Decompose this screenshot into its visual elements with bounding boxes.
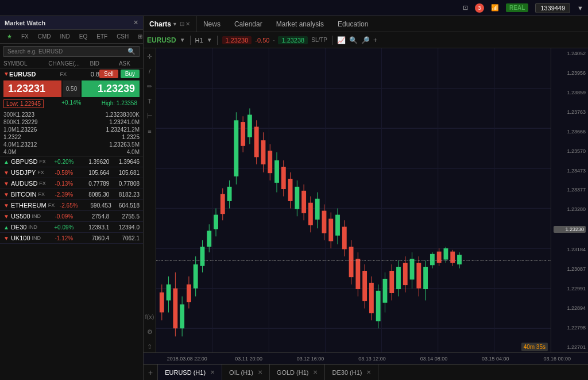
list-item[interactable]: ▼USDJPYFX -0.58% 105.664 105.681 bbox=[0, 167, 143, 178]
spread-value: 0.50 bbox=[66, 86, 77, 92]
charts-close-icon[interactable]: ✕ bbox=[185, 21, 190, 27]
low-high-display: Low: 1.22945 +0.14% High: 1.23358 bbox=[0, 98, 143, 109]
price-1.23570: 1.23570 bbox=[554, 148, 586, 154]
svg-rect-98 bbox=[437, 252, 442, 263]
svg-rect-16 bbox=[160, 293, 164, 313]
list-item[interactable]: ▲GBPUSDFX +0.20% 1.39620 1.39646 bbox=[0, 156, 143, 167]
svg-rect-20 bbox=[173, 289, 177, 329]
price-1.23859: 1.23859 bbox=[554, 90, 586, 95]
tab-eurusd-label: EURUSD (H1) bbox=[165, 369, 206, 376]
svg-rect-34 bbox=[220, 194, 225, 214]
nav-news[interactable]: News bbox=[196, 16, 227, 32]
chart-interval-dropdown[interactable]: ▼ bbox=[207, 37, 212, 43]
tab-gold-close[interactable]: ✕ bbox=[313, 369, 318, 375]
price-1.22798: 1.22798 bbox=[554, 325, 586, 331]
tab-de30-h1[interactable]: DE30 (H1) ✕ bbox=[325, 364, 378, 381]
list-item[interactable]: ▼ETHEREUMFX -2.65% 590.453 604.518 bbox=[0, 200, 143, 211]
tab-eurusd-close[interactable]: ✕ bbox=[210, 369, 215, 375]
settings-tool[interactable]: ⚙ bbox=[144, 326, 156, 337]
search-bar[interactable]: 🔍 bbox=[3, 46, 140, 57]
list-item[interactable]: ▲DE30IND +0.09% 12393.1 12394.0 bbox=[0, 222, 143, 233]
svg-rect-60 bbox=[308, 203, 313, 225]
nav-calendar[interactable]: Calendar bbox=[227, 16, 269, 32]
chart-symbol-dropdown[interactable]: ▼ bbox=[180, 37, 185, 43]
list-item[interactable]: ▼BITCOINFX -2.39% 8085.30 8182.23 bbox=[0, 189, 143, 200]
tab-gold-h1[interactable]: GOLD (H1) ✕ bbox=[270, 364, 326, 381]
svg-rect-70 bbox=[342, 227, 347, 249]
star-icon[interactable]: ★ bbox=[3, 32, 16, 41]
share-tool[interactable]: ⇧ bbox=[144, 341, 156, 352]
fx-filter[interactable]: FX bbox=[18, 32, 32, 41]
usdjpy-name: ▼USDJPYFX bbox=[3, 169, 49, 176]
list-item[interactable]: ▼US500IND -0.09% 2754.8 2755.5 bbox=[0, 211, 143, 222]
charts-pop-icon: ⊡ bbox=[180, 21, 184, 27]
zoom-in-icon[interactable]: 🔎 bbox=[361, 36, 370, 44]
market-watch-header: Market Watch ✕ bbox=[0, 16, 143, 30]
toolbar-divider-3 bbox=[332, 36, 332, 45]
cursor-tool[interactable]: ✛ bbox=[144, 51, 156, 62]
time-label-6: 03.15 04:00 bbox=[465, 356, 526, 362]
svg-rect-74 bbox=[355, 259, 360, 289]
chart-main-area: ✛ / ✏ T ⊢ ≡ f(x) ⚙ ⇧ bbox=[144, 48, 588, 364]
list-item[interactable]: ▼AUDUSDFX -0.13% 0.77789 0.77808 bbox=[0, 178, 143, 189]
chart-canvas[interactable] bbox=[156, 48, 551, 352]
line-tool[interactable]: / bbox=[144, 66, 156, 77]
price-1.23087: 1.23087 bbox=[554, 266, 586, 272]
csh-filter[interactable]: CSH bbox=[113, 32, 132, 41]
tab-oil-h1[interactable]: OIL (H1) ✕ bbox=[222, 364, 270, 381]
nav-education[interactable]: Education bbox=[331, 16, 375, 32]
search-input[interactable] bbox=[7, 48, 127, 55]
notification-badge[interactable]: 3 bbox=[475, 3, 484, 13]
price-1.23377: 1.23377 bbox=[554, 187, 586, 193]
sell-button[interactable]: Sell bbox=[99, 70, 118, 78]
buy-price-display: 1.23239 bbox=[82, 80, 140, 97]
low-value: Low: 1.22945 bbox=[3, 99, 44, 108]
chart-bottom-tabs: + EURUSD (H1) ✕ OIL (H1) ✕ GOLD (H1) ✕ D… bbox=[144, 364, 588, 380]
spread-display: 0.50 bbox=[63, 80, 80, 97]
svg-rect-72 bbox=[349, 247, 354, 277]
svg-rect-0 bbox=[156, 48, 551, 352]
cmd-filter[interactable]: CMD bbox=[34, 32, 55, 41]
audusd-bid: 0.77789 bbox=[79, 181, 110, 187]
tab-de30-close[interactable]: ✕ bbox=[366, 369, 371, 375]
add-chart-button[interactable]: + bbox=[144, 364, 158, 381]
svg-rect-56 bbox=[295, 187, 299, 209]
close-icon[interactable]: ✕ bbox=[133, 19, 138, 26]
nav-market-analysis[interactable]: Market analysis bbox=[269, 16, 331, 32]
tab-eurusd-h1[interactable]: EURUSD (H1) ✕ bbox=[158, 364, 222, 381]
charts-menu-item[interactable]: Charts ▼ ⊡ ✕ bbox=[144, 16, 196, 32]
account-number[interactable]: 1339449 bbox=[535, 3, 570, 13]
buy-button[interactable]: Buy bbox=[121, 70, 140, 78]
svg-rect-50 bbox=[274, 160, 279, 183]
fibonacci-tool[interactable]: ≡ bbox=[144, 125, 156, 137]
dropdown-icon[interactable]: ▼ bbox=[577, 5, 583, 11]
col-bid: BID bbox=[80, 60, 110, 67]
ethereum-name: ▼ETHEREUMFX bbox=[3, 202, 55, 209]
eq-filter[interactable]: EQ bbox=[76, 32, 91, 41]
svg-rect-100 bbox=[444, 248, 448, 259]
price-1.23184: 1.23184 bbox=[554, 247, 586, 252]
ind-filter[interactable]: IND bbox=[57, 32, 74, 41]
sell-price-display: 1.23231 bbox=[3, 80, 61, 97]
depth-row-5: 4.0M 1.23212 1.2326 3.5M bbox=[3, 141, 140, 148]
sltp-label: SL/TP bbox=[311, 37, 327, 43]
line-icon[interactable]: 📈 bbox=[337, 36, 346, 44]
bitcoin-ask: 8182.23 bbox=[109, 191, 140, 198]
indicator-tool[interactable]: f(x) bbox=[144, 311, 156, 323]
eurusd-row[interactable]: ▼ EURUSD FX 0.8 Sell Buy bbox=[0, 68, 143, 79]
plus-icon[interactable]: + bbox=[373, 36, 377, 44]
pencil-tool[interactable]: ✏ bbox=[144, 80, 156, 92]
text-tool[interactable]: T bbox=[144, 95, 156, 107]
zoom-out-icon[interactable]: 🔍 bbox=[349, 36, 358, 44]
time-label-4: 03.13 12:00 bbox=[341, 356, 403, 362]
gbpusd-change: +0.20% bbox=[49, 159, 79, 165]
chart-body: ✛ / ✏ T ⊢ ≡ f(x) ⚙ ⇧ bbox=[144, 48, 588, 352]
tab-oil-close[interactable]: ✕ bbox=[258, 369, 262, 375]
price-change: -0.50 bbox=[255, 37, 269, 44]
measure-tool[interactable]: ⊢ bbox=[144, 110, 156, 122]
us500-name: ▼US500IND bbox=[3, 213, 49, 220]
svg-rect-48 bbox=[268, 151, 272, 173]
etf-filter[interactable]: ETF bbox=[93, 32, 111, 41]
price-1.23763: 1.23763 bbox=[554, 109, 586, 115]
list-item[interactable]: ▼UK100IND -1.12% 7060.4 7062.1 bbox=[0, 233, 143, 244]
